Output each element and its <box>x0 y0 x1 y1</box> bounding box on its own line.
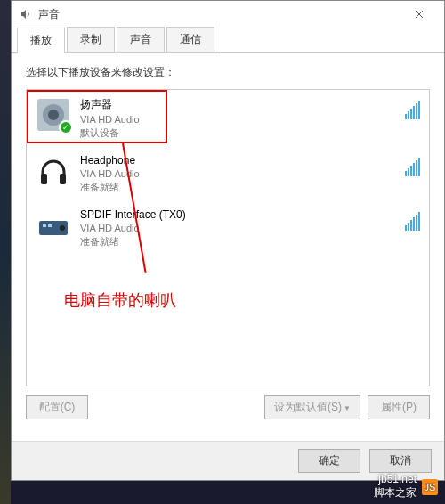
tab-playback[interactable]: 播放 <box>17 28 65 53</box>
svg-rect-6 <box>43 224 46 227</box>
signal-meter <box>405 97 420 119</box>
set-default-button: 设为默认值(S)▼ <box>264 395 360 419</box>
configure-button: 配置(C) <box>26 395 88 419</box>
svg-rect-7 <box>48 224 52 227</box>
window-title: 声音 <box>38 7 401 22</box>
svg-rect-3 <box>41 174 47 184</box>
svg-rect-4 <box>60 174 66 184</box>
signal-meter <box>405 208 420 231</box>
speaker-icon: ✓ <box>36 97 71 133</box>
chevron-down-icon: ▼ <box>344 404 351 412</box>
tab-recording[interactable]: 录制 <box>67 27 115 52</box>
device-status: 准备就绪 <box>80 235 405 248</box>
device-list[interactable]: ✓ 扬声器 VIA HD Audio 默认设备 Headphone VIA HD… <box>26 89 430 386</box>
tab-communications[interactable]: 通信 <box>166 27 214 52</box>
device-driver: VIA HD Audio <box>80 223 405 233</box>
device-buttons: 配置(C) 设为默认值(S)▼ 属性(P) <box>26 395 430 419</box>
ok-button[interactable]: 确定 <box>298 449 360 473</box>
signal-meter <box>405 154 420 176</box>
svg-point-2 <box>48 110 59 120</box>
device-item-speakers[interactable]: ✓ 扬声器 VIA HD Audio 默认设备 <box>27 90 429 147</box>
device-item-spdif[interactable]: SPDIF Interface (TX0) VIA HD Audio 准备就绪 <box>27 201 429 256</box>
sound-dialog: 声音 播放 录制 声音 通信 选择以下播放设备来修改设置： ✓ 扬声器 VIA … <box>11 0 445 481</box>
watermark: jb51.net 脚本之家 JS <box>374 473 438 500</box>
spdif-icon <box>36 208 71 244</box>
instruction-text: 选择以下播放设备来修改设置： <box>26 65 430 80</box>
cancel-button[interactable]: 取消 <box>369 449 432 473</box>
watermark-text: 脚本之家 <box>374 485 417 500</box>
device-name: SPDIF Interface (TX0) <box>80 208 405 221</box>
tab-content: 选择以下播放设备来修改设置： ✓ 扬声器 VIA HD Audio 默认设备 <box>12 53 444 435</box>
annotation-text: 电脑自带的喇叭 <box>64 289 176 311</box>
headphone-icon <box>36 154 71 190</box>
properties-button: 属性(P) <box>368 395 430 419</box>
tab-strip: 播放 录制 声音 通信 <box>12 28 444 53</box>
device-name: Headphone <box>80 154 405 167</box>
svg-point-8 <box>60 225 65 231</box>
device-name: 扬声器 <box>80 97 405 112</box>
titlebar: 声音 <box>12 1 444 28</box>
default-check-icon: ✓ <box>59 120 73 134</box>
watermark-url: jb51.net <box>374 473 417 485</box>
device-item-headphone[interactable]: Headphone VIA HD Audio 准备就绪 <box>27 147 429 201</box>
device-status: 默认设备 <box>80 126 405 140</box>
sound-icon <box>19 7 33 21</box>
device-driver: VIA HD Audio <box>80 168 405 179</box>
device-status: 准备就绪 <box>80 181 405 194</box>
close-button[interactable] <box>401 2 437 27</box>
tab-sounds[interactable]: 声音 <box>117 27 165 52</box>
device-driver: VIA HD Audio <box>80 114 405 125</box>
watermark-icon: JS <box>422 479 438 495</box>
